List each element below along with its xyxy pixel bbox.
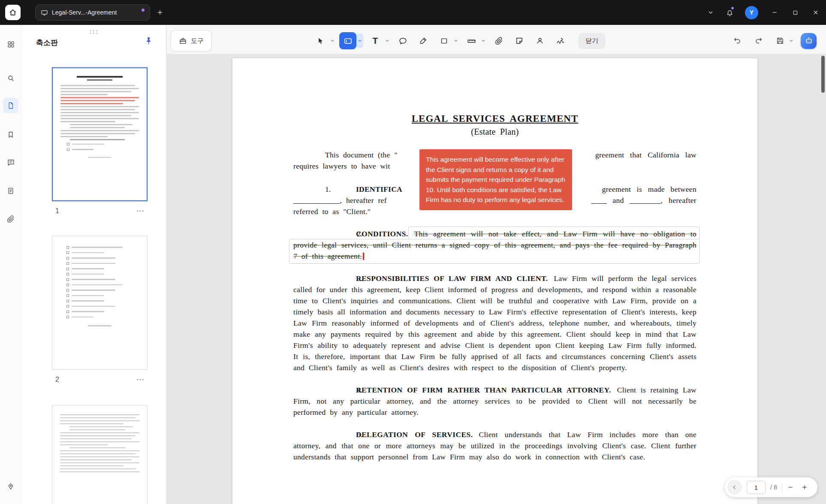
paragraph-4: 4.RETENTION OF FIRM RATHER THAN PARTICUL… <box>293 384 696 418</box>
monitor-icon <box>41 9 48 16</box>
tools-button[interactable]: 도구 <box>171 30 212 51</box>
select-tool-button[interactable] <box>312 32 329 49</box>
page-number-label: 2 <box>55 376 59 383</box>
comments-button[interactable] <box>3 154 18 170</box>
save-button[interactable] <box>772 33 788 48</box>
comment-annotation[interactable]: This agreement will become effective onl… <box>419 149 572 210</box>
search-icon <box>7 74 15 82</box>
page-total-label: / 8 <box>770 484 777 491</box>
measure-tool-dropdown[interactable] <box>480 32 487 49</box>
square-shape-icon <box>440 37 448 45</box>
cursor-icon <box>317 37 325 45</box>
pen-nib-icon <box>7 483 15 490</box>
page-options-button[interactable] <box>136 378 144 381</box>
tab-title: Legal-Serv...-Agreement <box>52 9 138 16</box>
redo-icon <box>754 36 763 45</box>
shapes-tool-dropdown[interactable] <box>452 32 459 49</box>
tab-list-button[interactable] <box>701 0 720 25</box>
thumbnail-page-1: 1 <box>52 67 148 215</box>
scrollbar-thumb[interactable] <box>821 56 825 93</box>
search-button[interactable] <box>3 70 18 86</box>
thumbnail-1[interactable] <box>52 67 148 201</box>
thumbnail-page-3 <box>52 405 148 504</box>
attach-tool-button[interactable] <box>490 32 507 49</box>
toolbox-icon <box>179 37 187 45</box>
thumbnail-3[interactable] <box>52 405 148 504</box>
pin-icon[interactable] <box>144 36 153 45</box>
attachments-button[interactable] <box>3 211 18 227</box>
sticker-tool-button[interactable] <box>511 32 528 49</box>
apps-grid-button[interactable] <box>3 36 18 52</box>
document-page: LEGAL SERVICES AGREEMENT (Estate Plan) T… <box>232 58 757 504</box>
paragraph-2: 2.CONDITIONS.This agreement will not tak… <box>293 228 696 262</box>
thumbnails-panel-button[interactable] <box>3 98 18 113</box>
text-cursor-marker <box>363 253 364 260</box>
sticker-icon <box>515 36 524 45</box>
notifications-button[interactable] <box>720 0 739 25</box>
document-canvas[interactable]: LEGAL SERVICES AGREEMENT (Estate Plan) T… <box>167 54 826 504</box>
maximize-button[interactable] <box>785 0 805 25</box>
zoom-out-button[interactable] <box>787 484 796 491</box>
close-window-button[interactable] <box>805 0 826 25</box>
select-tool-dropdown[interactable] <box>329 32 336 49</box>
bell-icon <box>726 9 734 17</box>
page-navigation: 1 / 8 <box>725 477 817 497</box>
save-group <box>772 32 795 49</box>
page-options-button[interactable] <box>136 210 144 212</box>
comment-tool-button[interactable] <box>394 32 411 49</box>
text-tool-icon: T <box>373 36 378 46</box>
highlighter-tool-button[interactable] <box>415 32 432 49</box>
thumbnail-2[interactable] <box>52 236 148 370</box>
save-icon <box>776 36 784 45</box>
text-tool-dropdown[interactable] <box>384 32 391 49</box>
divider <box>782 483 782 492</box>
panel-title: 축소판 <box>36 38 58 48</box>
toolbar: T <box>312 30 605 51</box>
marker-pen-icon <box>419 36 428 45</box>
paperclip-icon <box>7 215 15 223</box>
home-button[interactable] <box>5 5 21 20</box>
ai-robot-icon <box>804 36 814 45</box>
thumbnail-panel: 축소판 1 <box>21 25 166 504</box>
document-tab[interactable]: Legal-Serv...-Agreement <box>35 4 150 21</box>
notification-dot <box>731 7 734 9</box>
edit-textbox-tool-dropdown[interactable] <box>356 33 363 48</box>
chevron-down-icon <box>707 9 714 16</box>
pen-tools-button[interactable] <box>3 479 18 494</box>
grid-icon <box>7 40 15 48</box>
close-edit-mode-button[interactable]: 닫기 <box>579 33 605 49</box>
redo-button[interactable] <box>751 33 766 48</box>
left-rail <box>0 25 21 504</box>
bookmarks-button[interactable] <box>3 127 18 142</box>
minimize-button[interactable] <box>764 0 785 25</box>
zoom-in-button[interactable] <box>801 484 811 491</box>
edit-textbox-tool-button[interactable] <box>339 32 356 49</box>
stamp-identity-tool-button[interactable] <box>531 32 549 49</box>
unsaved-dot <box>142 9 145 12</box>
titlebar-right: Y <box>701 0 826 25</box>
page-number-input[interactable]: 1 <box>747 481 766 494</box>
ruler-icon <box>467 36 476 45</box>
panel-drag-handle[interactable] <box>90 30 98 34</box>
undo-button[interactable] <box>730 33 745 48</box>
measure-tool-button[interactable] <box>463 32 480 49</box>
tools-button-label: 도구 <box>191 37 204 45</box>
text-tool-button[interactable]: T <box>367 32 384 49</box>
paragraph-3: 3.RESPONSIBILITIES OF LAW FIRM AND CLIEN… <box>293 273 696 373</box>
page-number-label: 1 <box>55 207 59 215</box>
undo-icon <box>733 36 742 45</box>
main-area: 도구 T <box>167 25 826 504</box>
shapes-tool-button[interactable] <box>435 32 452 49</box>
signature-icon <box>556 36 565 45</box>
signature-tool-button[interactable] <box>552 32 569 49</box>
fields-button[interactable] <box>3 183 18 199</box>
ai-assistant-button[interactable] <box>801 33 817 49</box>
previous-page-button[interactable] <box>727 480 742 495</box>
home-icon <box>9 8 17 17</box>
document-subtitle: (Estate Plan) <box>293 126 696 137</box>
user-avatar[interactable]: Y <box>745 6 758 19</box>
thumbnail-label-row: 2 <box>55 376 144 383</box>
new-tab-button[interactable] <box>156 9 164 16</box>
save-dropdown[interactable] <box>788 32 795 49</box>
comment-icon <box>7 158 15 166</box>
